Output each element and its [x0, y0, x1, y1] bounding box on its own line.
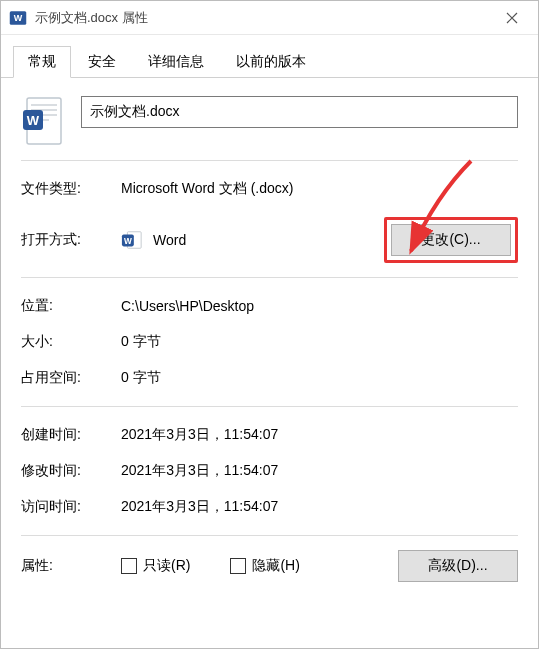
- checkbox-box-icon: [230, 558, 246, 574]
- annotation-highlight: 更改(C)...: [384, 217, 518, 263]
- tab-general[interactable]: 常规: [13, 46, 71, 78]
- size-label: 大小:: [21, 333, 121, 351]
- file-icon: W: [21, 96, 65, 146]
- modified-label: 修改时间:: [21, 462, 121, 480]
- location-value: C:\Users\HP\Desktop: [121, 298, 518, 314]
- titlebar: W 示例文档.docx 属性: [1, 1, 538, 35]
- location-label: 位置:: [21, 297, 121, 315]
- hidden-checkbox[interactable]: 隐藏(H): [230, 557, 299, 575]
- advanced-button[interactable]: 高级(D)...: [398, 550, 518, 582]
- size-on-disk-value: 0 字节: [121, 369, 518, 387]
- word-icon: W: [9, 9, 27, 27]
- divider: [21, 277, 518, 278]
- checkbox-box-icon: [121, 558, 137, 574]
- created-label: 创建时间:: [21, 426, 121, 444]
- tab-security[interactable]: 安全: [73, 46, 131, 77]
- tab-details[interactable]: 详细信息: [133, 46, 219, 77]
- filename-input[interactable]: [81, 96, 518, 128]
- opens-with-label: 打开方式:: [21, 231, 121, 249]
- svg-rect-3: [31, 104, 57, 106]
- tab-bar: 常规 安全 详细信息 以前的版本: [1, 35, 538, 78]
- readonly-label: 只读(R): [143, 557, 190, 575]
- hidden-label: 隐藏(H): [252, 557, 299, 575]
- svg-text:W: W: [124, 237, 132, 246]
- file-type-value: Microsoft Word 文档 (.docx): [121, 180, 518, 198]
- file-type-label: 文件类型:: [21, 180, 121, 198]
- divider: [21, 160, 518, 161]
- accessed-label: 访问时间:: [21, 498, 121, 516]
- opens-with-value: Word: [153, 232, 374, 248]
- change-button[interactable]: 更改(C)...: [391, 224, 511, 256]
- close-button[interactable]: [490, 3, 534, 33]
- divider: [21, 535, 518, 536]
- svg-text:W: W: [27, 113, 40, 128]
- divider: [21, 406, 518, 407]
- window-title: 示例文档.docx 属性: [35, 9, 490, 27]
- tab-previous[interactable]: 以前的版本: [221, 46, 321, 77]
- created-value: 2021年3月3日，11:54:07: [121, 426, 518, 444]
- attributes-label: 属性:: [21, 557, 121, 575]
- accessed-value: 2021年3月3日，11:54:07: [121, 498, 518, 516]
- general-pane: W 文件类型: Microsoft Word 文档 (.docx) 打开方式: …: [1, 78, 538, 648]
- word-icon: W: [121, 229, 143, 251]
- properties-dialog: W 示例文档.docx 属性 常规 安全 详细信息 以前的版本: [0, 0, 539, 649]
- modified-value: 2021年3月3日，11:54:07: [121, 462, 518, 480]
- size-value: 0 字节: [121, 333, 518, 351]
- size-on-disk-label: 占用空间:: [21, 369, 121, 387]
- svg-text:W: W: [14, 13, 23, 23]
- readonly-checkbox[interactable]: 只读(R): [121, 557, 190, 575]
